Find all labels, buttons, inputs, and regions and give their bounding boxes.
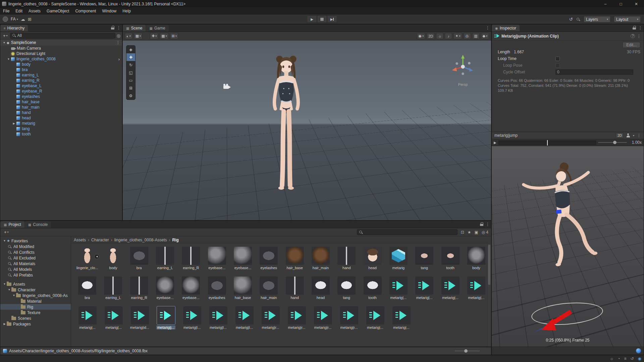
expand-arrow[interactable]: ▼ — [12, 294, 16, 297]
asset-item[interactable]: ◄ metarig|r... — [258, 306, 283, 329]
lock-icon[interactable] — [111, 26, 114, 30]
scale-tool-button[interactable]: ◱ — [126, 69, 135, 76]
tab-inspector[interactable]: ◉ Inspector — [492, 25, 520, 32]
expand-arrow[interactable]: ▼ — [7, 288, 11, 291]
preview-speed-slider[interactable] — [598, 142, 627, 143]
favorite-search-item[interactable]: All Modified — [0, 244, 71, 249]
asset-item[interactable]: ◄ metarig|... — [464, 277, 489, 300]
preview-timeline[interactable] — [498, 140, 596, 145]
hierarchy-item[interactable]: head › — [0, 115, 122, 121]
folder-tree-item[interactable]: ▶ Packages — [0, 321, 71, 327]
thumbnail-size-slider[interactable] — [455, 351, 480, 351]
asset-item[interactable]: ◄ eyelashes — [204, 277, 230, 300]
folder-tree-item[interactable]: ▼ lingerie_clothes_0008-As — [0, 293, 71, 298]
expand-arrow[interactable]: ▼ — [2, 283, 7, 286]
avatar-selector-icon[interactable] — [626, 133, 630, 137]
kebab-menu-icon[interactable]: ⋮ — [638, 25, 642, 30]
rect-tool-button[interactable]: ▭ — [126, 76, 135, 84]
asset-item[interactable]: ◄ lingerie_clo... — [74, 247, 100, 270]
breadcrumb-item[interactable]: Rig — [172, 238, 178, 242]
folder-tree-item[interactable]: Material — [0, 298, 71, 304]
account-avatar-icon[interactable] — [3, 16, 8, 22]
tool-handle-position-button[interactable]: ✚▾ — [150, 33, 158, 39]
kebab-menu-icon[interactable]: ⋮ — [637, 133, 641, 138]
expand-arrow[interactable]: ▼ — [6, 58, 11, 61]
favorites-star-icon[interactable]: ★ — [468, 230, 471, 235]
scene-viewport[interactable]: ◈ ✚ ↻ ◱ ▭ ⊞ ⚙ — [123, 41, 491, 220]
menu-item[interactable]: Assets — [25, 8, 44, 14]
hierarchy-search-input[interactable]: All — [10, 33, 115, 39]
character-model[interactable] — [258, 47, 317, 205]
asset-item[interactable]: ◄ metarig|id... — [127, 306, 153, 329]
scene-lighting-toggle[interactable]: ☼ — [436, 33, 443, 39]
lock-icon[interactable] — [480, 222, 483, 226]
expand-arrow[interactable]: ▶ — [12, 122, 16, 125]
menu-item[interactable]: Edit — [12, 8, 25, 14]
asset-item[interactable]: ◄ hand — [282, 277, 308, 300]
hierarchy-item[interactable]: earring_R › — [0, 78, 122, 83]
asset-item[interactable]: ◄ eyebase... — [152, 277, 178, 300]
camera-gizmo-icon[interactable] — [223, 83, 232, 89]
menu-item[interactable]: Help — [119, 8, 134, 14]
asset-item[interactable]: ◄ bra — [74, 277, 100, 300]
favorite-search-item[interactable]: All Materials — [0, 261, 71, 266]
asset-item[interactable]: ◄ hand — [334, 247, 359, 270]
scene-visibility-icon[interactable]: ◎ — [117, 33, 120, 38]
favorite-search-item[interactable]: All Models — [0, 266, 71, 272]
asset-item[interactable]: ◄ eyebase... — [178, 277, 204, 300]
account-dropdown[interactable]: FA ▾ — [11, 17, 18, 21]
kebab-menu-icon[interactable]: ⋮ — [117, 25, 121, 30]
asset-item[interactable]: ◄ metarig — [386, 247, 411, 270]
breadcrumb-item[interactable]: lingerie_clothes_0008-Assets — [114, 238, 172, 242]
camera-settings-dropdown[interactable]: ◉▾ — [417, 33, 426, 39]
layers-dropdown[interactable]: Layers ▾ — [584, 16, 610, 22]
asset-item[interactable]: ◄ metarig|l... — [231, 306, 257, 329]
debug-mode-dropdown[interactable]: ▦▾ — [134, 33, 143, 39]
chevron-down-icon[interactable]: ▾ — [633, 134, 634, 137]
hierarchy-item[interactable]: eyebase_R › — [0, 88, 122, 94]
asset-item[interactable]: ◄ earring_L — [100, 277, 126, 300]
hierarchy-item[interactable]: ▼ lingerie_clothes_0008 › — [0, 56, 122, 62]
asset-item[interactable]: ◄ tang — [334, 277, 359, 300]
play-button[interactable]: ▶ — [307, 15, 317, 23]
effects-dropdown[interactable]: ✦▾ — [453, 33, 462, 39]
project-tab[interactable]: ▦ Console — [25, 221, 51, 228]
console-messages-icon[interactable]: ≡ — [624, 356, 626, 361]
hierarchy-item[interactable]: body › — [0, 62, 122, 67]
asset-item[interactable]: ◄ metarig|r... — [284, 306, 310, 329]
hierarchy-item[interactable]: Directional Light › — [0, 51, 122, 56]
slider-knob[interactable] — [613, 141, 616, 144]
rotate-tool-button[interactable]: ↻ — [126, 61, 135, 69]
asset-item[interactable]: ◄ metarig|... — [437, 277, 463, 300]
favorite-search-item[interactable]: All Conflicts — [0, 249, 71, 255]
create-asset-button[interactable]: + ▾ — [3, 230, 10, 235]
hierarchy-item[interactable]: eyelashes › — [0, 94, 122, 99]
grid-snap-dropdown[interactable]: ▦▾ — [160, 33, 168, 39]
asset-item[interactable]: ◄ metarig|r... — [310, 306, 336, 329]
step-button[interactable]: ▶ — [327, 15, 337, 23]
custom-tool-button[interactable]: ⚙ — [126, 92, 135, 100]
asset-item[interactable]: ◄ earring_L — [152, 247, 178, 270]
kebab-menu-icon[interactable]: ⋮ — [637, 34, 641, 39]
favorites-header[interactable]: ▼ ★ Favorites — [0, 238, 71, 244]
asset-item[interactable]: ◄ bra — [126, 247, 152, 270]
component-split-button[interactable]: ▥ — [472, 33, 480, 39]
auto-bake-icon[interactable]: ☼ — [610, 356, 613, 361]
hierarchy-item[interactable]: tang › — [0, 126, 122, 131]
subasset-collapse-badge[interactable]: ◄ — [94, 254, 99, 259]
scene-orientation-gizmo[interactable]: Persp — [449, 53, 477, 87]
asset-item[interactable]: ◄ earring_R — [178, 247, 204, 270]
kebab-menu-icon[interactable]: ⋮ — [486, 222, 490, 227]
asset-item[interactable]: ◄ eyebase... — [230, 247, 256, 270]
vertical-scrollbar[interactable] — [487, 243, 491, 347]
asset-item[interactable]: ◄ earring_R — [126, 277, 152, 300]
snap-increment-dropdown[interactable]: ⊞▾ — [170, 33, 178, 39]
hidden-objects-toggle[interactable]: ◎ — [464, 33, 471, 39]
folder-tree-item[interactable]: Texture — [0, 310, 71, 315]
hierarchy-item[interactable]: hair_base › — [0, 99, 122, 105]
layout-dropdown[interactable]: Layout ▾ — [614, 16, 641, 22]
hierarchy-item[interactable]: Main Camera › — [0, 46, 122, 51]
hierarchy-item[interactable]: ▶ metarig › — [0, 121, 122, 126]
pause-button[interactable] — [317, 15, 327, 23]
folder-tree-item[interactable]: ▼ Character — [0, 287, 71, 293]
